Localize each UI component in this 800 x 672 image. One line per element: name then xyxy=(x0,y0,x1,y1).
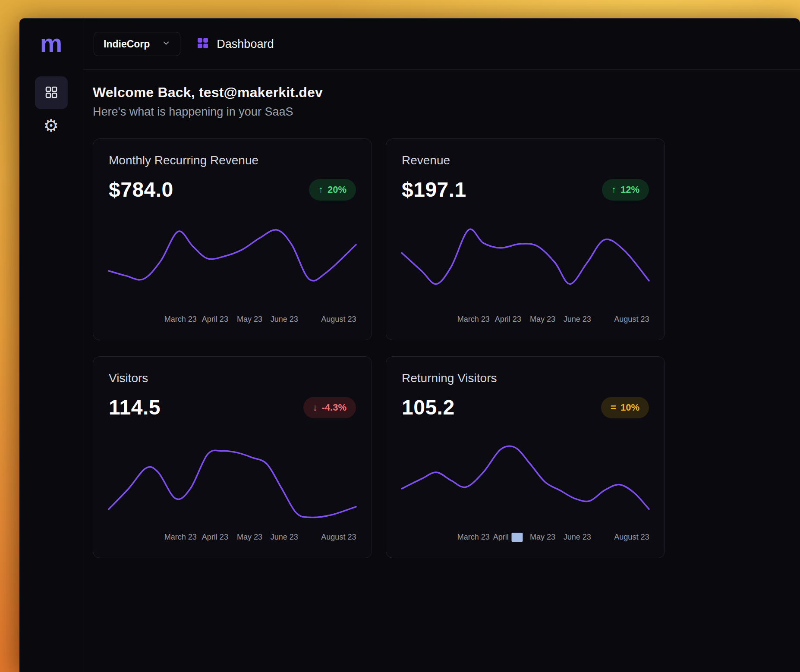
x-axis-label: March 23 xyxy=(164,533,197,542)
main-area: IndieCorp Dashboard xyxy=(83,19,800,672)
sidebar-item-settings[interactable]: ⚙ xyxy=(35,109,68,142)
x-axis-label: April 23 xyxy=(493,533,523,542)
metric-value: 114.5 xyxy=(109,396,161,419)
trend-value: 12% xyxy=(620,184,639,195)
welcome-subtitle: Here's what is happening in your SaaS xyxy=(93,105,665,119)
x-axis-label: May 23 xyxy=(237,315,262,324)
sidebar-item-dashboard[interactable] xyxy=(35,76,68,109)
chart-line xyxy=(402,446,649,509)
squares-grid-icon xyxy=(44,85,59,101)
makerkit-logo: m xyxy=(40,31,63,56)
card-title: Returning Visitors xyxy=(402,371,649,385)
metric-value: $197.1 xyxy=(402,178,466,201)
app-window: m ⚙ IndieCorp xyxy=(19,18,800,672)
trend-badge: ↓ -4.3% xyxy=(303,397,356,418)
x-axis-label: June 23 xyxy=(271,315,298,324)
x-axis-labels: March 23April 23May 23June 23August 23 xyxy=(402,315,649,325)
trend-badge: ↑ 20% xyxy=(309,179,356,201)
org-selector-button[interactable]: IndieCorp xyxy=(94,32,180,56)
x-axis-label: August 23 xyxy=(614,315,649,324)
chart-line xyxy=(109,230,356,281)
x-axis-label: June 23 xyxy=(564,533,591,542)
selected-text-highlight: 23 xyxy=(512,533,523,542)
x-axis-label: March 23 xyxy=(457,315,490,324)
top-header: IndieCorp Dashboard xyxy=(83,19,800,70)
line-chart xyxy=(109,222,356,304)
sidebar: m ⚙ xyxy=(19,19,83,672)
x-axis-label: June 23 xyxy=(271,533,298,542)
x-axis-label: April 23 xyxy=(202,533,228,542)
x-axis-label: June 23 xyxy=(564,315,591,324)
card-title: Monthly Recurring Revenue xyxy=(109,154,356,167)
metric-value: $784.0 xyxy=(109,178,173,201)
x-axis-label: August 23 xyxy=(321,315,356,324)
card-revenue: Revenue $197.1 ↑ 12% March 23April 23May… xyxy=(386,138,665,340)
trend-badge: = 10% xyxy=(601,397,649,418)
card-monthly-recurring-revenue: Monthly Recurring Revenue $784.0 ↑ 20% M… xyxy=(93,138,372,340)
trend-up-icon: ↑ xyxy=(318,184,323,195)
gear-icon: ⚙ xyxy=(44,117,59,134)
chevron-down-icon xyxy=(162,38,170,50)
welcome-heading: Welcome Back, test@makerkit.dev xyxy=(93,85,665,100)
x-axis-labels: March 23April 23May 23June 23August 23 xyxy=(109,533,356,543)
card-title: Visitors xyxy=(109,371,356,385)
trend-value: 10% xyxy=(620,402,639,413)
x-axis-labels: March 23April 23May 23June 23August 23 xyxy=(109,315,356,325)
metric-value: 105.2 xyxy=(402,396,455,419)
x-axis-label: May 23 xyxy=(530,315,555,324)
page-head: Dashboard xyxy=(196,36,274,52)
trend-value: -4.3% xyxy=(322,402,346,413)
x-axis-label: August 23 xyxy=(614,533,649,542)
trend-badge: ↑ 12% xyxy=(602,179,649,201)
x-axis-label: May 23 xyxy=(530,533,555,542)
cards-grid: Monthly Recurring Revenue $784.0 ↑ 20% M… xyxy=(93,138,665,558)
dashboard-grid-icon xyxy=(196,36,210,52)
x-axis-label: March 23 xyxy=(164,315,197,324)
chart-line xyxy=(402,229,649,284)
x-axis-label: April 23 xyxy=(202,315,228,324)
card-visitors: Visitors 114.5 ↓ -4.3% March 23April 23M… xyxy=(93,356,372,558)
trend-up-icon: ↑ xyxy=(611,184,616,195)
x-axis-labels: March 23April 23May 23June 23August 23 xyxy=(402,533,649,543)
card-title: Revenue xyxy=(402,154,649,167)
content: Welcome Back, test@makerkit.dev Here's w… xyxy=(83,70,665,558)
line-chart xyxy=(402,222,649,304)
trend-down-icon: ↓ xyxy=(313,402,318,413)
line-chart xyxy=(109,440,356,521)
trend-flat-icon: = xyxy=(611,402,616,413)
line-chart xyxy=(402,440,649,521)
org-name: IndieCorp xyxy=(104,38,150,50)
chart-line xyxy=(109,450,356,517)
card-returning-visitors: Returning Visitors 105.2 = 10% March 23A… xyxy=(386,356,665,558)
x-axis-label: August 23 xyxy=(321,533,356,542)
page-title: Dashboard xyxy=(217,38,274,51)
x-axis-label: April 23 xyxy=(495,315,521,324)
x-axis-label: March 23 xyxy=(457,533,490,542)
x-axis-label: May 23 xyxy=(237,533,262,542)
trend-value: 20% xyxy=(328,184,346,195)
